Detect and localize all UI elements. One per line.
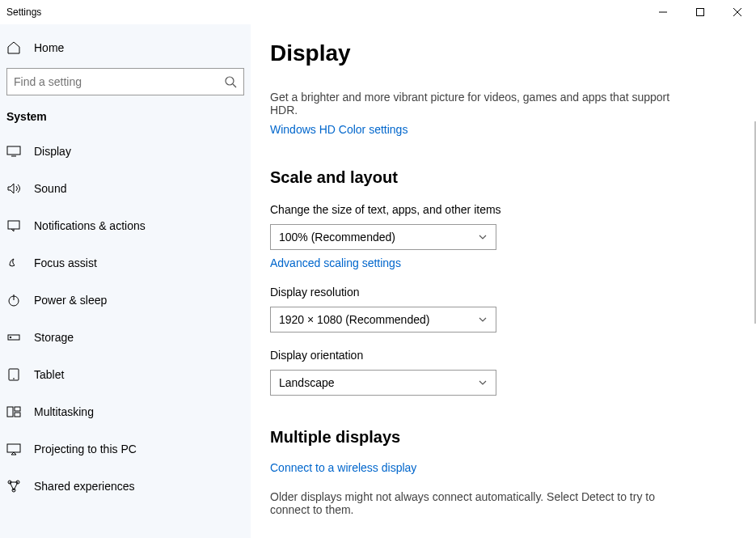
svg-rect-1 xyxy=(697,9,704,16)
svg-rect-17 xyxy=(15,413,20,417)
chevron-down-icon xyxy=(478,232,488,242)
chevron-down-icon xyxy=(478,378,488,388)
maximize-icon xyxy=(696,8,704,16)
search-input[interactable] xyxy=(6,68,244,95)
sidebar-item-label: Projecting to this PC xyxy=(34,443,137,455)
svg-line-23 xyxy=(10,482,14,490)
sidebar-item-label: Shared experiences xyxy=(34,480,135,493)
notifications-icon xyxy=(6,218,21,233)
sidebar-item-power-sleep[interactable]: Power & sleep xyxy=(0,282,251,319)
sidebar-item-display[interactable]: Display xyxy=(0,133,251,170)
minimize-button[interactable] xyxy=(644,0,682,24)
svg-rect-15 xyxy=(7,407,13,417)
projecting-icon xyxy=(6,442,21,456)
search-icon xyxy=(224,75,237,88)
orientation-select[interactable]: Landscape xyxy=(270,370,496,396)
svg-rect-18 xyxy=(7,444,20,452)
svg-rect-8 xyxy=(8,221,19,229)
sidebar-home[interactable]: Home xyxy=(0,32,251,63)
minimize-icon xyxy=(659,8,667,16)
sidebar-item-label: Focus assist xyxy=(34,256,97,269)
multitasking-icon xyxy=(6,405,21,419)
svg-line-24 xyxy=(14,482,18,490)
sidebar: Home System Display Sound Notifications … xyxy=(0,24,251,538)
sidebar-home-label: Home xyxy=(34,41,64,54)
multiple-displays-heading: Multiple displays xyxy=(270,428,737,447)
resolution-label: Display resolution xyxy=(270,286,737,299)
sidebar-item-shared-experiences[interactable]: Shared experiences xyxy=(0,468,251,505)
sidebar-item-storage[interactable]: Storage xyxy=(0,319,251,356)
advanced-scaling-link[interactable]: Advanced scaling settings xyxy=(270,256,401,269)
content-panel: Display Windows HD Color Get a brighter … xyxy=(251,24,756,538)
scale-select[interactable]: 100% (Recommended) xyxy=(270,224,496,250)
titlebar: Settings xyxy=(0,0,756,24)
power-icon xyxy=(6,293,21,307)
sidebar-category: System xyxy=(0,95,251,133)
display-icon xyxy=(6,144,21,159)
svg-point-12 xyxy=(10,337,11,338)
svg-point-4 xyxy=(226,77,234,85)
window-controls xyxy=(644,0,756,24)
shared-experiences-icon xyxy=(6,479,21,494)
sidebar-item-label: Power & sleep xyxy=(34,294,107,307)
svg-rect-6 xyxy=(7,146,20,155)
sidebar-item-label: Display xyxy=(34,145,71,158)
scale-heading: Scale and layout xyxy=(270,168,737,187)
orientation-label: Display orientation xyxy=(270,349,737,362)
sidebar-item-projecting[interactable]: Projecting to this PC xyxy=(0,430,251,468)
hdr-description: Get a brighter and more vibrant picture … xyxy=(270,91,691,116)
sidebar-item-label: Tablet xyxy=(34,368,64,381)
chevron-down-icon xyxy=(478,315,488,324)
svg-line-5 xyxy=(233,84,236,87)
close-icon xyxy=(733,8,741,16)
older-displays-description: Older displays might not always connect … xyxy=(270,490,691,516)
close-button[interactable] xyxy=(719,0,756,24)
resolution-select[interactable]: 1920 × 1080 (Recommended) xyxy=(270,307,496,333)
sidebar-item-sound[interactable]: Sound xyxy=(0,170,251,207)
sidebar-item-label: Notifications & actions xyxy=(34,219,146,232)
sidebar-item-focus-assist[interactable]: Focus assist xyxy=(0,244,251,282)
home-icon xyxy=(6,40,21,55)
maximize-button[interactable] xyxy=(682,0,719,24)
sidebar-item-label: Multitasking xyxy=(34,405,94,418)
sidebar-item-tablet[interactable]: Tablet xyxy=(0,356,251,393)
scale-value: 100% (Recommended) xyxy=(279,231,395,244)
sidebar-item-multitasking[interactable]: Multitasking xyxy=(0,393,251,430)
storage-icon xyxy=(6,330,21,345)
orientation-value: Landscape xyxy=(279,376,335,389)
window-title: Settings xyxy=(6,6,41,18)
tablet-icon xyxy=(6,367,21,382)
page-title: Display xyxy=(251,24,756,73)
focus-assist-icon xyxy=(6,256,21,270)
sound-icon xyxy=(6,181,21,196)
sidebar-item-label: Storage xyxy=(34,331,74,344)
hdr-settings-link[interactable]: Windows HD Color settings xyxy=(270,123,408,136)
scale-label: Change the size of text, apps, and other… xyxy=(270,203,737,216)
resolution-value: 1920 × 1080 (Recommended) xyxy=(279,313,429,326)
wireless-display-link[interactable]: Connect to a wireless display xyxy=(270,461,416,474)
search-field[interactable] xyxy=(14,69,224,95)
svg-rect-16 xyxy=(15,407,20,411)
sidebar-item-notifications[interactable]: Notifications & actions xyxy=(0,207,251,244)
sidebar-item-label: Sound xyxy=(34,182,66,195)
